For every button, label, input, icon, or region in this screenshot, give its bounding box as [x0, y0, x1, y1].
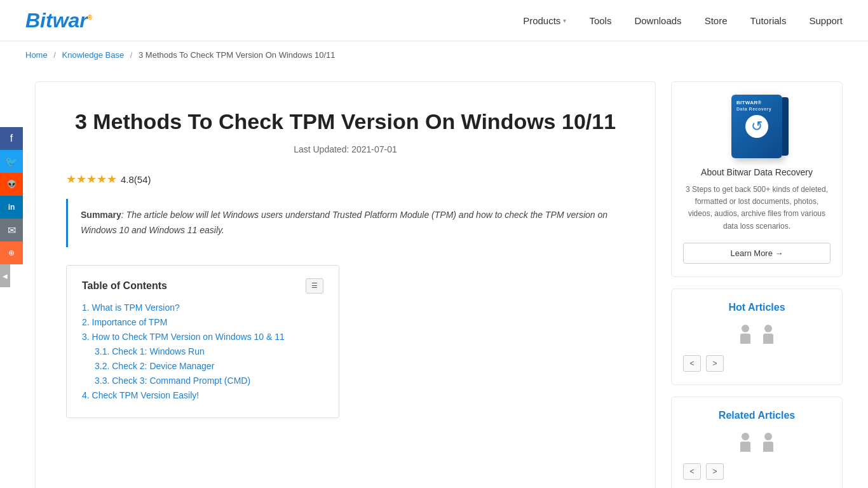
reddit-share-button[interactable]: 👽 — [0, 173, 23, 196]
toc-link[interactable]: 3.3. Check 3: Command Prompt (CMD) — [95, 376, 250, 386]
hot-articles-title: Hot Articles — [683, 302, 831, 313]
toc-item: 4. Check TPM Version Easily! — [82, 390, 323, 400]
product-label: BITWAR® Data Recovery — [736, 100, 771, 111]
summary-text: Summary: The article below will let Wind… — [81, 208, 612, 238]
toc-link[interactable]: 2. Importance of TPM — [82, 317, 167, 327]
logo-text: Bitwar® — [25, 9, 92, 32]
sidebar-product-title: About Bitwar Data Recovery — [683, 167, 831, 177]
site-logo[interactable]: Bitwar® — [25, 9, 92, 32]
rating-stars: ★★★★★ — [66, 172, 117, 186]
hot-articles-prev-button[interactable]: < — [683, 355, 701, 372]
related-articles-next-button[interactable]: > — [706, 463, 724, 480]
related-articles-card: Related Articles < > — [671, 396, 843, 488]
related-articles-prev-button[interactable]: < — [683, 463, 701, 480]
summary-label: Summary — [81, 210, 121, 220]
person-head — [742, 325, 749, 332]
table-of-contents: Table of Contents ☰ 1. What is TPM Versi… — [66, 265, 339, 418]
person-body — [740, 334, 750, 344]
breadcrumb-knowledge-base[interactable]: Knowledge Base — [62, 50, 125, 60]
product-image-area: BITWAR® Data Recovery ↺ — [683, 95, 831, 158]
hot-articles-card: Hot Articles < > — [671, 288, 843, 385]
toc-link[interactable]: 1. What is TPM Version? — [82, 302, 180, 313]
main-nav: Products ▾ Tools Downloads Store Tutoria… — [523, 15, 843, 26]
breadcrumb-sep: / — [53, 50, 56, 60]
sidebar-product-desc: 3 Steps to get back 500+ kinds of delete… — [683, 184, 831, 233]
article-title: 3 Methods To Check TPM Version On Window… — [66, 107, 625, 135]
summary-body: : The article below will let Windows use… — [81, 210, 607, 235]
person-head3 — [742, 433, 749, 440]
breadcrumb: Home / Knowledge Base / 3 Methods To Che… — [0, 41, 868, 69]
toc-item: 3.1. Check 1: Windows Run — [82, 346, 323, 356]
person-body3 — [740, 442, 750, 452]
toc-title: Table of Contents — [82, 280, 167, 292]
toc-item: 3.3. Check 3: Command Prompt (CMD) — [82, 376, 323, 386]
social-sidebar: f 🐦 👽 in ✉ ⊕ ◀ — [0, 127, 23, 287]
more-share-button[interactable]: ⊕ — [0, 241, 23, 264]
rating-value: 4.8(54) — [121, 174, 151, 185]
person-body2 — [763, 334, 773, 344]
nav-support[interactable]: Support — [809, 15, 843, 26]
sidebar: BITWAR® Data Recovery ↺ About Bitwar Dat… — [671, 81, 843, 488]
toc-link[interactable]: 3.1. Check 1: Windows Run — [95, 346, 205, 356]
person-head4 — [764, 433, 772, 440]
nav-downloads[interactable]: Downloads — [634, 15, 681, 26]
email-share-button[interactable]: ✉ — [0, 219, 23, 241]
person-icon-1 — [736, 325, 754, 345]
twitter-share-button[interactable]: 🐦 — [0, 150, 23, 173]
toc-item: 2. Importance of TPM — [82, 317, 323, 327]
facebook-share-button[interactable]: f — [0, 127, 23, 150]
toc-item: 1. What is TPM Version? — [82, 302, 323, 313]
toc-link[interactable]: 4. Check TPM Version Easily! — [82, 390, 199, 400]
article-area: 3 Methods To Check TPM Version On Window… — [35, 81, 656, 488]
hot-articles-next-button[interactable]: > — [706, 355, 724, 372]
toc-link[interactable]: 3.2. Check 2: Device Manager — [95, 361, 214, 371]
person-icon-2 — [759, 325, 777, 345]
chevron-down-icon: ▾ — [563, 17, 566, 24]
product-card: BITWAR® Data Recovery ↺ About Bitwar Dat… — [671, 81, 843, 277]
last-updated-date: 2021-07-01 — [351, 144, 397, 154]
breadcrumb-current: 3 Methods To Check TPM Version On Window… — [139, 50, 336, 60]
hot-articles-nav: < > — [683, 355, 831, 372]
hot-articles-content — [683, 322, 831, 348]
person-icon-3 — [736, 433, 754, 453]
linkedin-share-button[interactable]: in — [0, 196, 23, 219]
toc-link[interactable]: 3. How to Check TPM Version on Windows 1… — [82, 332, 285, 342]
article-rating: ★★★★★ 4.8(54) — [66, 172, 625, 186]
toc-toggle-button[interactable]: ☰ — [306, 278, 323, 294]
main-container: 3 Methods To Check TPM Version On Window… — [0, 69, 868, 488]
toc-list: 1. What is TPM Version?2. Importance of … — [82, 302, 323, 400]
collapse-sidebar-button[interactable]: ◀ — [0, 264, 10, 287]
toc-header: Table of Contents ☰ — [82, 278, 323, 294]
person-head2 — [764, 325, 772, 332]
article-meta: Last Updated: 2021-07-01 — [66, 144, 625, 154]
nav-store[interactable]: Store — [705, 15, 728, 26]
toc-item: 3.2. Check 2: Device Manager — [82, 361, 323, 371]
nav-products[interactable]: Products ▾ — [523, 15, 566, 26]
person-body4 — [763, 442, 773, 452]
product-icon: ↺ — [745, 115, 768, 138]
related-articles-nav: < > — [683, 463, 831, 480]
last-updated-label: Last Updated: — [294, 144, 349, 154]
summary-block: Summary: The article below will let Wind… — [66, 199, 625, 247]
nav-tutorials[interactable]: Tutorials — [750, 15, 786, 26]
breadcrumb-sep2: / — [130, 50, 133, 60]
nav-tools[interactable]: Tools — [589, 15, 611, 26]
site-header: Bitwar® Products ▾ Tools Downloads Store… — [0, 0, 868, 41]
related-articles-title: Related Articles — [683, 410, 831, 421]
toc-item: 3. How to Check TPM Version on Windows 1… — [82, 332, 323, 342]
learn-more-button[interactable]: Learn More → — [683, 243, 831, 264]
product-box: BITWAR® Data Recovery ↺ — [731, 95, 782, 158]
person-icon-4 — [759, 433, 777, 453]
related-articles-content — [683, 430, 831, 456]
breadcrumb-home[interactable]: Home — [25, 50, 48, 60]
